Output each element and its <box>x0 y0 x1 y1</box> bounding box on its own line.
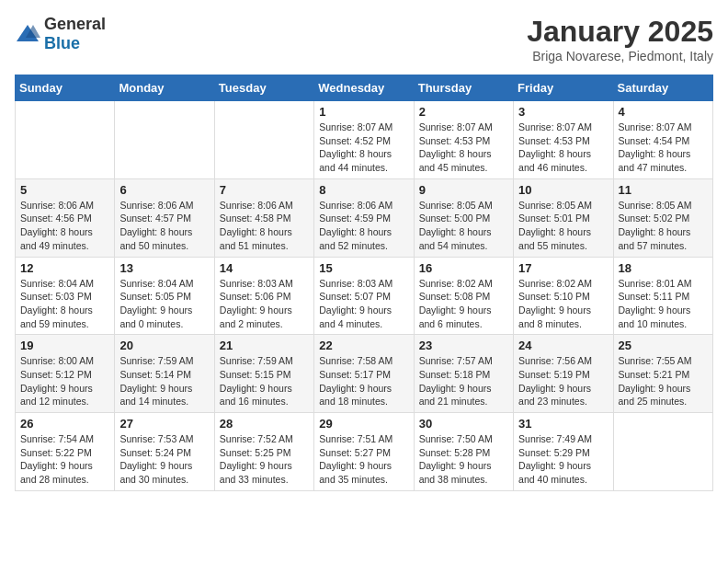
day-info: Sunrise: 8:06 AM Sunset: 4:58 PM Dayligh… <box>220 199 309 253</box>
calendar-cell: 26Sunrise: 7:54 AM Sunset: 5:22 PM Dayli… <box>16 413 115 491</box>
weekday-header-monday: Monday <box>115 75 214 101</box>
calendar-cell: 31Sunrise: 7:49 AM Sunset: 5:29 PM Dayli… <box>514 413 613 491</box>
day-info: Sunrise: 7:53 AM Sunset: 5:24 PM Dayligh… <box>119 432 209 487</box>
day-info: Sunrise: 7:57 AM Sunset: 5:18 PM Dayligh… <box>419 354 508 408</box>
day-info: Sunrise: 8:06 AM Sunset: 4:59 PM Dayligh… <box>319 199 408 253</box>
logo: General Blue <box>15 15 106 53</box>
weekday-header-thursday: Thursday <box>414 75 513 101</box>
day-info: Sunrise: 8:05 AM Sunset: 5:00 PM Dayligh… <box>419 199 508 253</box>
calendar-cell: 21Sunrise: 7:59 AM Sunset: 5:15 PM Dayli… <box>214 335 313 413</box>
day-info: Sunrise: 7:58 AM Sunset: 5:17 PM Dayligh… <box>319 354 408 408</box>
calendar-cell: 28Sunrise: 7:52 AM Sunset: 5:25 PM Dayli… <box>214 413 313 491</box>
calendar-cell: 19Sunrise: 8:00 AM Sunset: 5:12 PM Dayli… <box>16 335 115 413</box>
day-number: 15 <box>319 261 408 275</box>
calendar-cell: 10Sunrise: 8:05 AM Sunset: 5:01 PM Dayli… <box>514 178 613 257</box>
day-number: 18 <box>619 261 708 275</box>
weekday-header-sunday: Sunday <box>16 75 115 101</box>
calendar-cell: 20Sunrise: 7:59 AM Sunset: 5:14 PM Dayli… <box>115 335 214 413</box>
day-info: Sunrise: 7:59 AM Sunset: 5:15 PM Dayligh… <box>220 354 309 408</box>
day-info: Sunrise: 8:05 AM Sunset: 5:02 PM Dayligh… <box>619 199 708 253</box>
calendar-cell: 9Sunrise: 8:05 AM Sunset: 5:00 PM Daylig… <box>414 178 513 257</box>
day-info: Sunrise: 8:04 AM Sunset: 5:05 PM Dayligh… <box>119 277 209 331</box>
day-number: 7 <box>220 183 309 197</box>
day-info: Sunrise: 8:05 AM Sunset: 5:01 PM Dayligh… <box>518 199 608 253</box>
day-number: 26 <box>20 417 109 431</box>
day-info: Sunrise: 7:56 AM Sunset: 5:19 PM Dayligh… <box>518 354 608 408</box>
day-number: 11 <box>619 183 708 197</box>
weekday-header-friday: Friday <box>514 75 613 101</box>
calendar-cell: 17Sunrise: 8:02 AM Sunset: 5:10 PM Dayli… <box>514 257 613 335</box>
day-number: 9 <box>419 183 508 197</box>
day-number: 27 <box>119 417 209 431</box>
day-info: Sunrise: 7:50 AM Sunset: 5:28 PM Dayligh… <box>419 432 508 487</box>
day-number: 5 <box>20 183 109 197</box>
day-number: 19 <box>20 339 109 352</box>
calendar-table: SundayMondayTuesdayWednesdayThursdayFrid… <box>15 75 713 491</box>
calendar-week-row: 1Sunrise: 8:07 AM Sunset: 4:52 PM Daylig… <box>16 101 713 179</box>
day-number: 12 <box>20 261 109 275</box>
day-info: Sunrise: 8:00 AM Sunset: 5:12 PM Dayligh… <box>20 354 109 408</box>
day-number: 21 <box>220 339 309 352</box>
day-info: Sunrise: 8:06 AM Sunset: 4:57 PM Dayligh… <box>119 199 209 253</box>
calendar-cell: 8Sunrise: 8:06 AM Sunset: 4:59 PM Daylig… <box>314 178 414 257</box>
day-number: 24 <box>518 339 608 352</box>
calendar-cell: 29Sunrise: 7:51 AM Sunset: 5:27 PM Dayli… <box>314 413 414 491</box>
calendar-cell: 15Sunrise: 8:03 AM Sunset: 5:07 PM Dayli… <box>314 257 414 335</box>
calendar-cell: 13Sunrise: 8:04 AM Sunset: 5:05 PM Dayli… <box>115 257 214 335</box>
day-info: Sunrise: 8:03 AM Sunset: 5:06 PM Dayligh… <box>220 277 309 331</box>
day-number: 10 <box>518 183 608 197</box>
day-info: Sunrise: 7:49 AM Sunset: 5:29 PM Dayligh… <box>518 432 608 487</box>
day-number: 4 <box>619 105 708 119</box>
calendar-cell: 22Sunrise: 7:58 AM Sunset: 5:17 PM Dayli… <box>314 335 414 413</box>
day-number: 8 <box>319 183 408 197</box>
day-info: Sunrise: 8:01 AM Sunset: 5:11 PM Dayligh… <box>619 277 708 331</box>
weekday-header-tuesday: Tuesday <box>214 75 313 101</box>
calendar-cell: 23Sunrise: 7:57 AM Sunset: 5:18 PM Dayli… <box>414 335 513 413</box>
calendar-cell <box>214 101 313 179</box>
day-info: Sunrise: 8:04 AM Sunset: 5:03 PM Dayligh… <box>20 277 109 331</box>
weekday-header-wednesday: Wednesday <box>314 75 414 101</box>
location-subtitle: Briga Novarese, Piedmont, Italy <box>527 49 713 63</box>
day-info: Sunrise: 7:54 AM Sunset: 5:22 PM Dayligh… <box>20 432 109 487</box>
calendar-week-row: 19Sunrise: 8:00 AM Sunset: 5:12 PM Dayli… <box>16 335 713 413</box>
calendar-cell: 7Sunrise: 8:06 AM Sunset: 4:58 PM Daylig… <box>214 178 313 257</box>
calendar-week-row: 5Sunrise: 8:06 AM Sunset: 4:56 PM Daylig… <box>16 178 713 257</box>
day-info: Sunrise: 8:03 AM Sunset: 5:07 PM Dayligh… <box>319 277 408 331</box>
day-number: 30 <box>419 417 508 431</box>
month-title: January 2025 <box>527 15 713 49</box>
day-info: Sunrise: 7:52 AM Sunset: 5:25 PM Dayligh… <box>220 432 309 487</box>
logo-blue: Blue <box>44 34 80 52</box>
weekday-header-saturday: Saturday <box>613 75 712 101</box>
day-number: 17 <box>518 261 608 275</box>
day-info: Sunrise: 8:07 AM Sunset: 4:53 PM Dayligh… <box>419 121 508 175</box>
logo-general: General <box>44 15 106 33</box>
calendar-cell <box>613 413 712 491</box>
calendar-cell <box>16 101 115 179</box>
day-number: 2 <box>419 105 508 119</box>
day-info: Sunrise: 8:07 AM Sunset: 4:53 PM Dayligh… <box>518 121 608 175</box>
day-number: 31 <box>518 417 608 431</box>
calendar-cell: 12Sunrise: 8:04 AM Sunset: 5:03 PM Dayli… <box>16 257 115 335</box>
day-number: 20 <box>119 339 209 352</box>
day-number: 25 <box>619 339 708 352</box>
day-info: Sunrise: 7:59 AM Sunset: 5:14 PM Dayligh… <box>119 354 209 408</box>
calendar-cell: 30Sunrise: 7:50 AM Sunset: 5:28 PM Dayli… <box>414 413 513 491</box>
logo-text: General Blue <box>44 15 106 53</box>
day-number: 14 <box>220 261 309 275</box>
calendar-cell: 25Sunrise: 7:55 AM Sunset: 5:21 PM Dayli… <box>613 335 712 413</box>
calendar-cell: 4Sunrise: 8:07 AM Sunset: 4:54 PM Daylig… <box>613 101 712 179</box>
day-number: 6 <box>119 183 209 197</box>
calendar-cell: 2Sunrise: 8:07 AM Sunset: 4:53 PM Daylig… <box>414 101 513 179</box>
day-number: 16 <box>419 261 508 275</box>
calendar-cell: 18Sunrise: 8:01 AM Sunset: 5:11 PM Dayli… <box>613 257 712 335</box>
calendar-cell: 14Sunrise: 8:03 AM Sunset: 5:06 PM Dayli… <box>214 257 313 335</box>
calendar-cell: 1Sunrise: 8:07 AM Sunset: 4:52 PM Daylig… <box>314 101 414 179</box>
calendar-cell: 16Sunrise: 8:02 AM Sunset: 5:08 PM Dayli… <box>414 257 513 335</box>
day-info: Sunrise: 8:07 AM Sunset: 4:52 PM Dayligh… <box>319 121 408 175</box>
day-number: 23 <box>419 339 508 352</box>
calendar-header-row: SundayMondayTuesdayWednesdayThursdayFrid… <box>16 75 713 101</box>
page-header: General Blue January 2025 Briga Novarese… <box>15 15 713 63</box>
day-number: 22 <box>319 339 408 352</box>
day-info: Sunrise: 8:02 AM Sunset: 5:10 PM Dayligh… <box>518 277 608 331</box>
day-info: Sunrise: 8:06 AM Sunset: 4:56 PM Dayligh… <box>20 199 109 253</box>
